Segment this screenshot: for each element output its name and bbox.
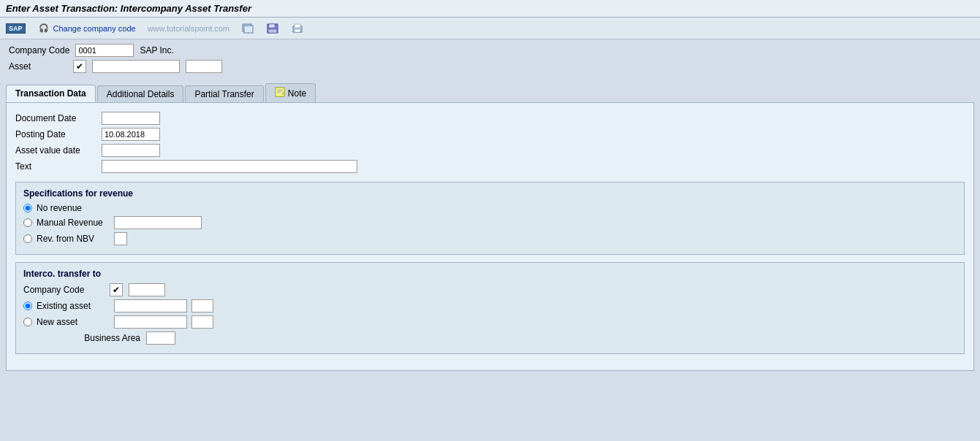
- rev-from-nbv-radio[interactable]: [23, 234, 32, 243]
- company-code-input[interactable]: [75, 44, 134, 57]
- manual-revenue-radio[interactable]: [23, 218, 32, 227]
- note-tab-icon: [275, 87, 285, 99]
- print-icon: [291, 23, 304, 34]
- svg-rect-3: [269, 24, 275, 28]
- company-name: SAP Inc.: [140, 45, 173, 55]
- svg-rect-4: [268, 29, 277, 33]
- posting-date-label: Posting Date: [15, 129, 96, 139]
- sap-logo: SAP: [6, 23, 26, 34]
- asset-row: Asset ✔: [9, 60, 971, 73]
- interco-checkbox-check-icon: ✔: [113, 285, 120, 295]
- no-revenue-label: No revenue: [37, 203, 110, 213]
- new-asset-sub-input[interactable]: [191, 315, 213, 329]
- manual-revenue-input[interactable]: [114, 216, 202, 229]
- posting-date-input[interactable]: [102, 128, 160, 141]
- svg-rect-8: [276, 88, 284, 96]
- tab-note-label: Note: [288, 88, 306, 99]
- asset-label: Asset: [9, 61, 67, 72]
- new-asset-row: New asset: [23, 315, 957, 329]
- svg-rect-1: [244, 26, 253, 33]
- change-company-code-button[interactable]: 🎧 Change company code: [37, 23, 136, 34]
- specs-revenue-group: Specifications for revenue No revenue Ma…: [15, 182, 965, 255]
- toolbar: SAP 🎧 Change company code www.tutorialsp…: [0, 18, 980, 39]
- page-title: Enter Asset Transaction: Intercompany As…: [6, 3, 251, 14]
- asset-value-date-input[interactable]: [102, 144, 160, 157]
- tab-note[interactable]: Note: [265, 83, 316, 102]
- save-icon: [266, 23, 279, 34]
- tab-partial-transfer[interactable]: Partial Transfer: [185, 85, 263, 102]
- title-bar: Enter Asset Transaction: Intercompany As…: [0, 0, 980, 18]
- tab-transaction-data[interactable]: Transaction Data: [6, 85, 96, 102]
- save-button[interactable]: [266, 23, 279, 34]
- asset-input[interactable]: [92, 60, 180, 73]
- existing-asset-sub-input[interactable]: [191, 299, 213, 312]
- asset-checkbox[interactable]: ✔: [73, 60, 86, 73]
- multiple-assets-button[interactable]: [241, 23, 254, 34]
- print-button[interactable]: [291, 23, 304, 34]
- interco-company-code-checkbox[interactable]: ✔: [110, 283, 123, 296]
- document-date-label: Document Date: [15, 113, 96, 123]
- text-input[interactable]: [102, 160, 357, 173]
- document-date-row: Document Date: [15, 112, 965, 125]
- existing-asset-label: Existing asset: [37, 301, 110, 311]
- interco-company-code-input[interactable]: [129, 283, 165, 296]
- text-row: Text: [15, 160, 965, 173]
- text-label: Text: [15, 161, 96, 172]
- new-asset-label: New asset: [37, 317, 110, 327]
- change-company-code-label: Change company code: [53, 24, 136, 33]
- business-area-row: Business Area: [23, 331, 957, 345]
- new-asset-input[interactable]: [114, 315, 187, 329]
- tabs-bar: Transaction Data Additional Details Part…: [0, 80, 980, 102]
- no-revenue-row: No revenue: [23, 203, 957, 213]
- business-area-label: Business Area: [23, 333, 140, 343]
- main-panel: Document Date Posting Date Asset value d…: [6, 102, 974, 371]
- new-asset-radio[interactable]: [23, 318, 32, 326]
- manual-revenue-row: Manual Revenue: [23, 216, 957, 229]
- manual-revenue-label: Manual Revenue: [37, 218, 110, 228]
- multiple-assets-icon: [241, 23, 254, 34]
- existing-asset-row: Existing asset: [23, 299, 957, 312]
- svg-rect-7: [295, 29, 300, 32]
- tab-additional-details-label: Additional Details: [107, 89, 175, 99]
- interco-company-code-label: Company Code: [23, 285, 104, 295]
- rev-from-nbv-label: Rev. from NBV: [37, 234, 110, 244]
- rev-from-nbv-row: Rev. from NBV: [23, 232, 957, 245]
- rev-from-nbv-input[interactable]: [114, 232, 127, 245]
- specs-revenue-title: Specifications for revenue: [23, 188, 957, 199]
- no-revenue-radio[interactable]: [23, 204, 32, 212]
- company-code-label: Company Code: [9, 45, 69, 55]
- interco-transfer-group: Interco. transfer to Company Code ✔ Exis…: [15, 262, 965, 354]
- posting-date-row: Posting Date: [15, 128, 965, 141]
- asset-sub-input[interactable]: [186, 60, 222, 73]
- existing-asset-radio[interactable]: [23, 302, 32, 310]
- basic-form-section: Document Date Posting Date Asset value d…: [15, 112, 965, 173]
- existing-asset-input[interactable]: [114, 299, 187, 312]
- interco-company-code-row: Company Code ✔: [23, 283, 957, 296]
- tab-transaction-data-label: Transaction Data: [15, 88, 86, 99]
- svg-rect-6: [295, 24, 300, 28]
- asset-value-date-row: Asset value date: [15, 144, 965, 157]
- business-area-input[interactable]: [146, 331, 175, 345]
- checkbox-check-icon: ✔: [76, 61, 83, 72]
- tab-partial-transfer-label: Partial Transfer: [194, 89, 254, 99]
- tab-additional-details[interactable]: Additional Details: [97, 85, 184, 102]
- interco-transfer-title: Interco. transfer to: [23, 269, 957, 279]
- document-date-input[interactable]: [102, 112, 160, 125]
- watermark: www.tutorialspoint.com: [148, 24, 230, 33]
- header-section: Company Code SAP Inc. Asset ✔: [0, 39, 980, 80]
- company-code-row: Company Code SAP Inc.: [9, 44, 971, 57]
- headset-icon: 🎧: [37, 23, 50, 34]
- asset-value-date-label: Asset value date: [15, 145, 96, 156]
